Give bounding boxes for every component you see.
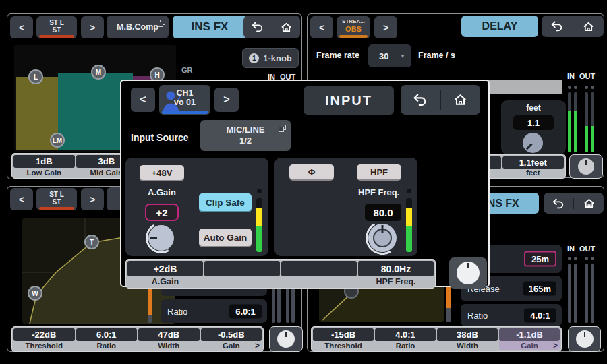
band-knob-lowmid[interactable]: LM	[50, 133, 65, 148]
peak-dot	[257, 189, 262, 193]
nav-prev-button[interactable]: <	[10, 188, 33, 210]
param-cell[interactable]: 4.0:1Ratio	[375, 328, 436, 350]
home-icon[interactable]	[272, 22, 301, 33]
out-meter	[585, 264, 588, 323]
out-label: OUT	[579, 245, 595, 253]
hpf-button[interactable]: HPF	[357, 164, 401, 179]
param-cell[interactable]: 47dBWidth	[138, 328, 200, 350]
delay-knob[interactable]	[523, 133, 543, 153]
channel-select-button[interactable]: CH1 vo 01	[159, 85, 210, 115]
auto-gain-button[interactable]: Auto Gain	[199, 229, 252, 246]
channel-underline	[339, 35, 368, 38]
param-cell-selected[interactable]: -1.1dB Gain>	[499, 328, 560, 350]
row-value[interactable]: 165m	[523, 282, 556, 296]
clip-safe-button[interactable]: Clip Safe	[199, 193, 252, 211]
analog-gain-knob[interactable]	[148, 225, 174, 251]
nav-right-group	[542, 16, 604, 37]
channel-underline	[39, 35, 74, 38]
param-cell[interactable]: 1.1feetfeet	[502, 156, 565, 177]
nav-prev-button[interactable]: <	[10, 16, 33, 38]
width-knob[interactable]: W	[28, 286, 42, 301]
param-cell[interactable]	[281, 261, 357, 286]
channel-name: ST L	[49, 191, 64, 198]
knob-icon	[578, 158, 594, 175]
home-icon[interactable]	[573, 21, 604, 32]
hpf-freq-label: HPF Freq.	[358, 187, 399, 198]
param-cell[interactable]: 6.0:1Ratio	[76, 328, 138, 350]
threshold-knob[interactable]: T	[84, 235, 99, 249]
knob-icon	[368, 224, 397, 252]
touch-knob-button[interactable]	[269, 326, 303, 352]
param-cell[interactable]: +2dBA.Gain	[127, 261, 203, 286]
hpf-freq-knob[interactable]	[368, 224, 397, 252]
touch-knob-button[interactable]	[449, 257, 487, 289]
page-title: INS FX	[173, 16, 247, 38]
channel-select-button[interactable]: STREA... OBS	[337, 16, 370, 38]
back-icon[interactable]	[401, 93, 440, 107]
in-label: IN	[567, 245, 575, 253]
home-icon[interactable]	[574, 198, 604, 209]
nav-next-button[interactable]: >	[81, 16, 104, 38]
input-source-button[interactable]: MIC/LINE 1/2	[200, 120, 291, 151]
analog-gain-panel: +48V A.Gain +2 Clip Safe Auto Gain	[125, 158, 268, 256]
more-chevron-icon[interactable]: >	[255, 341, 260, 351]
param-cell[interactable]: 38dBWidth	[437, 328, 498, 350]
ratio-row: Ratio 6.0:1	[161, 299, 267, 323]
param-cell[interactable]: 80.0HzHPF Freq.	[358, 261, 434, 286]
phantom-power-button[interactable]: +48V	[140, 165, 184, 180]
back-icon[interactable]	[243, 21, 272, 33]
channel-select-button[interactable]: ST L ST	[36, 16, 77, 38]
channel-name-2: OBS	[345, 25, 362, 33]
param-cell[interactable]	[204, 261, 280, 286]
one-knob-badge-icon: 1	[249, 53, 259, 63]
gr-label: GR	[181, 66, 193, 74]
knob-icon	[148, 225, 174, 251]
band-knob-low[interactable]: L	[28, 69, 43, 84]
out-meter	[585, 92, 588, 152]
channel-select-button[interactable]: ST L ST	[36, 188, 77, 210]
param-cell[interactable]: 1dBLow Gain	[13, 155, 75, 177]
preset-button[interactable]: M.B.Comp	[107, 16, 169, 38]
copy-icon	[160, 20, 165, 25]
frame-rate-select[interactable]: 30 ▼	[368, 44, 411, 67]
peak-dot	[591, 257, 594, 260]
gain-meter	[256, 198, 262, 252]
back-icon[interactable]	[542, 20, 573, 32]
home-icon[interactable]	[441, 93, 481, 107]
meter-labels: INOUT	[567, 245, 595, 253]
row-value[interactable]: 4.0:1	[524, 308, 556, 322]
analog-gain-value[interactable]: +2	[145, 204, 179, 221]
copy-icon	[281, 125, 286, 130]
nav-next-button[interactable]: >	[374, 16, 397, 38]
knob-icon	[576, 330, 594, 348]
nav-prev-button[interactable]: <	[310, 16, 333, 38]
dialog-title: INPUT	[304, 86, 394, 115]
page-title: DELAY	[461, 16, 538, 37]
hpf-freq-value[interactable]: 80.0	[365, 204, 401, 221]
nav-prev-button[interactable]: <	[131, 88, 155, 112]
nav-right-group	[401, 85, 480, 115]
more-chevron-icon[interactable]: >	[553, 341, 558, 351]
phase-button[interactable]: Φ	[289, 164, 334, 179]
param-cell[interactable]: -22dBThreshold	[13, 328, 75, 350]
one-knob-button[interactable]: 1 1-knob	[242, 48, 299, 68]
row-value[interactable]: 6.0:1	[229, 304, 262, 318]
nav-next-button[interactable]: >	[214, 88, 239, 112]
nav-next-button[interactable]: >	[81, 188, 104, 210]
peak-dot	[407, 189, 411, 193]
param-cell[interactable]: -0.5dB Gain>	[201, 328, 262, 350]
delay-feet-panel: feet 1.1	[501, 100, 566, 154]
touch-knob-button[interactable]	[568, 326, 601, 352]
row-value-selected[interactable]: 25m	[524, 251, 556, 267]
mixer-screen: < ST L ST > M.B.Comp INS FX L M	[0, 0, 607, 364]
param-cell[interactable]: -15dBThreshold	[313, 328, 374, 350]
band-knob-mid[interactable]: M	[91, 65, 106, 80]
out-meter	[591, 92, 594, 152]
knob-icon	[277, 330, 295, 348]
touch-knob-button[interactable]	[569, 154, 603, 179]
input-dialog: < CH1 vo 01 > INPUT Input Source MIC/LIN…	[120, 80, 490, 287]
back-icon[interactable]	[544, 198, 573, 210]
delay-value[interactable]: 1.1	[513, 115, 554, 130]
frame-rate-unit: Frame / s	[418, 51, 455, 60]
feet-label: feet	[501, 103, 566, 113]
